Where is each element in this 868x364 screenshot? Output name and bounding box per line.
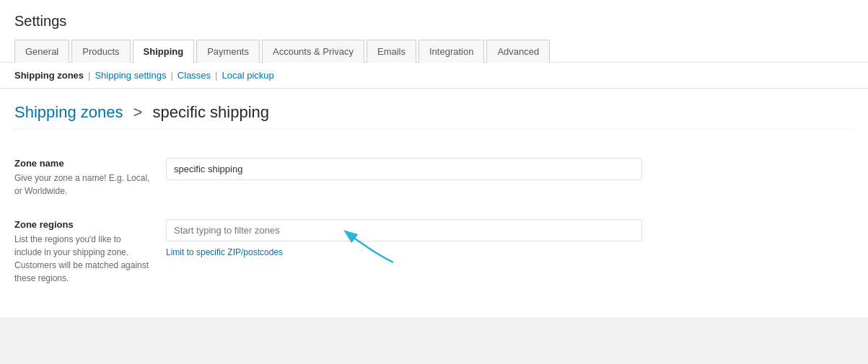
tab-accounts-privacy[interactable]: Accounts & Privacy <box>262 40 367 63</box>
tab-advanced[interactable]: Advanced <box>486 40 552 63</box>
tab-link-advanced[interactable]: Advanced <box>486 40 550 63</box>
tab-emails[interactable]: Emails <box>367 40 418 63</box>
zone-name-label: Zone name Give your zone a name! E.g. Lo… <box>14 147 166 208</box>
zone-name-row: Zone name Give your zone a name! E.g. Lo… <box>14 147 854 208</box>
zone-name-field-cell <box>166 147 854 208</box>
breadcrumb-sep-2: | <box>170 70 172 81</box>
heading-shipping-zones-link[interactable]: Shipping zones <box>14 103 123 121</box>
breadcrumb-sep-1: | <box>88 70 90 81</box>
tab-payments[interactable]: Payments <box>196 40 262 63</box>
breadcrumb-sep-3: | <box>215 70 217 81</box>
breadcrumb-link-classes[interactable]: Classes <box>177 70 211 81</box>
settings-form: Zone name Give your zone a name! E.g. Lo… <box>14 147 854 296</box>
tab-link-products[interactable]: Products <box>71 40 130 63</box>
breadcrumb-link-shipping-settings[interactable]: Shipping settings <box>95 70 166 81</box>
filter-wrapper <box>166 219 642 241</box>
breadcrumb: Shipping zones | Shipping settings | Cla… <box>0 63 868 89</box>
tab-general[interactable]: General <box>14 40 71 63</box>
limit-zip-link[interactable]: Limit to specific ZIP/postcodes <box>166 247 283 257</box>
tab-link-emails[interactable]: Emails <box>367 40 416 63</box>
tab-products[interactable]: Products <box>71 40 132 63</box>
zone-regions-field-cell: Limit to specific ZIP/postcodes <box>166 208 854 296</box>
limit-link-wrapper: Limit to specific ZIP/postcodes <box>166 241 854 257</box>
zone-name-input[interactable] <box>166 158 642 180</box>
zone-regions-row: Zone regions List the regions you'd like… <box>14 208 854 296</box>
tab-link-accounts-privacy[interactable]: Accounts & Privacy <box>262 40 364 63</box>
breadcrumb-shipping-zones: Shipping zones <box>14 70 84 81</box>
tab-link-general[interactable]: General <box>14 40 69 63</box>
tab-link-integration[interactable]: Integration <box>418 40 484 63</box>
tab-link-shipping[interactable]: Shipping <box>133 40 195 63</box>
heading-current: specific shipping <box>153 103 269 121</box>
tab-shipping[interactable]: Shipping <box>133 40 197 63</box>
tab-integration[interactable]: Integration <box>418 40 486 63</box>
tab-link-payments[interactable]: Payments <box>196 40 260 63</box>
page-heading: Shipping zones > specific shipping <box>14 103 854 130</box>
tabs-nav: General Products Shipping Payments Accou… <box>14 40 854 63</box>
zone-regions-desc: List the regions you'd like to include i… <box>14 233 152 285</box>
breadcrumb-link-local-pickup[interactable]: Local pickup <box>222 70 274 81</box>
zone-filter-input[interactable] <box>166 219 642 241</box>
heading-arrow: > <box>133 103 143 121</box>
page-title: Settings <box>14 13 854 30</box>
zone-regions-label: Zone regions List the regions you'd like… <box>14 208 166 296</box>
zone-name-desc: Give your zone a name! E.g. Local, or Wo… <box>14 172 152 197</box>
